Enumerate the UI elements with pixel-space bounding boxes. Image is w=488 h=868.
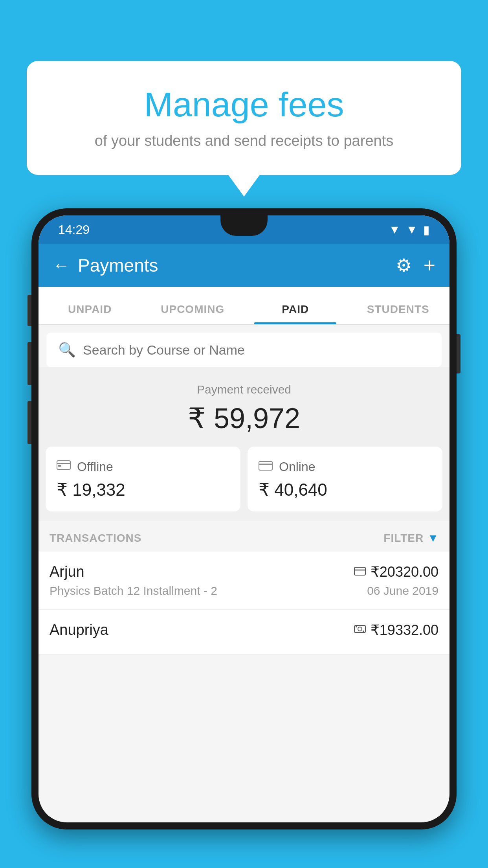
svg-point-8 (358, 627, 362, 631)
wifi-icon: ▼ (389, 223, 401, 236)
app-bar: ← Payments ⚙ + (39, 244, 449, 287)
transaction-name: Anupriya (50, 622, 108, 638)
payment-mode-icon-cash (354, 623, 366, 637)
online-amount: ₹ 40,640 (259, 480, 431, 500)
speech-bubble-section: Manage fees of your students and send re… (27, 61, 461, 197)
svg-rect-2 (58, 465, 61, 467)
filter-icon: ▼ (427, 532, 438, 544)
filter-area[interactable]: FILTER ▼ (383, 532, 438, 544)
transaction-top: Anupriya ₹19332.00 (50, 622, 438, 638)
search-icon: 🔍 (58, 342, 76, 358)
tab-unpaid[interactable]: UNPAID (39, 303, 141, 324)
volume-up-button (28, 342, 31, 385)
tab-students[interactable]: STUDENTS (347, 303, 450, 324)
transactions-header: TRANSACTIONS FILTER ▼ (39, 521, 449, 552)
phone-body: 14:29 ▼ ▼ ▮ ← Payments ⚙ + (31, 208, 457, 829)
offline-icon (57, 458, 71, 475)
power-button (457, 334, 460, 373)
transaction-bottom: Physics Batch 12 Installment - 2 06 June… (50, 584, 438, 598)
mute-button (28, 295, 31, 326)
svg-rect-5 (354, 567, 365, 575)
back-button[interactable]: ← (53, 256, 70, 275)
offline-amount: ₹ 19,332 (57, 480, 229, 500)
svg-rect-9 (356, 626, 357, 627)
filter-label: FILTER (383, 532, 424, 544)
status-icons: ▼ ▼ ▮ (389, 223, 430, 237)
offline-card: Offline ₹ 19,332 (46, 447, 240, 511)
transaction-amount-area: ₹20320.00 (354, 564, 438, 580)
tabs-bar: UNPAID UPCOMING PAID STUDENTS (39, 287, 449, 325)
transaction-row[interactable]: Arjun ₹20320.00 Physics Batch 12 Install… (39, 552, 449, 610)
settings-icon[interactable]: ⚙ (396, 255, 412, 276)
transaction-amount: ₹20320.00 (371, 564, 438, 580)
payment-cards: Offline ₹ 19,332 Online ₹ 4 (39, 447, 449, 521)
payment-mode-icon (354, 565, 366, 579)
speech-bubble-title: Manage fees (54, 85, 434, 125)
speech-bubble: Manage fees of your students and send re… (27, 61, 461, 175)
page-title: Payments (78, 255, 158, 276)
tab-upcoming[interactable]: UPCOMING (141, 303, 244, 324)
transaction-course: Physics Batch 12 Installment - 2 (50, 584, 217, 598)
svg-rect-10 (363, 631, 364, 632)
offline-label: Offline (77, 460, 113, 474)
volume-down-button (28, 401, 31, 444)
online-icon (259, 458, 273, 475)
app-bar-right: ⚙ + (396, 254, 435, 277)
notch (220, 215, 268, 236)
app-bar-left: ← Payments (53, 255, 158, 276)
speech-bubble-subtitle: of your students and send receipts to pa… (54, 132, 434, 149)
phone-mockup: 14:29 ▼ ▼ ▮ ← Payments ⚙ + (31, 208, 457, 868)
signal-icon: ▼ (406, 223, 418, 236)
status-bar: 14:29 ▼ ▼ ▮ (39, 215, 449, 244)
battery-icon: ▮ (423, 223, 430, 237)
transaction-top: Arjun ₹20320.00 (50, 563, 438, 580)
phone-screen: 14:29 ▼ ▼ ▮ ← Payments ⚙ + (39, 215, 449, 822)
transaction-amount-area: ₹19332.00 (354, 622, 438, 638)
tab-paid[interactable]: PAID (244, 303, 347, 324)
payment-amount: ₹ 59,972 (46, 402, 442, 435)
search-bar[interactable]: 🔍 (46, 333, 442, 367)
transactions-label: TRANSACTIONS (50, 532, 141, 544)
online-label: Online (279, 460, 316, 474)
payment-summary: Payment received ₹ 59,972 (39, 367, 449, 447)
transaction-date: 06 June 2019 (367, 584, 438, 598)
online-card-top: Online (259, 458, 431, 475)
speech-bubble-tail (228, 175, 260, 197)
offline-card-top: Offline (57, 458, 229, 475)
search-input[interactable] (83, 342, 430, 358)
transaction-amount: ₹19332.00 (371, 622, 438, 638)
status-time: 14:29 (58, 223, 90, 237)
svg-rect-3 (259, 462, 272, 470)
transaction-row[interactable]: Anupriya ₹19332.00 (39, 610, 449, 655)
transaction-name: Arjun (50, 563, 84, 580)
online-card: Online ₹ 40,640 (248, 447, 442, 511)
add-button[interactable]: + (424, 254, 435, 277)
payment-received-label: Payment received (46, 383, 442, 396)
